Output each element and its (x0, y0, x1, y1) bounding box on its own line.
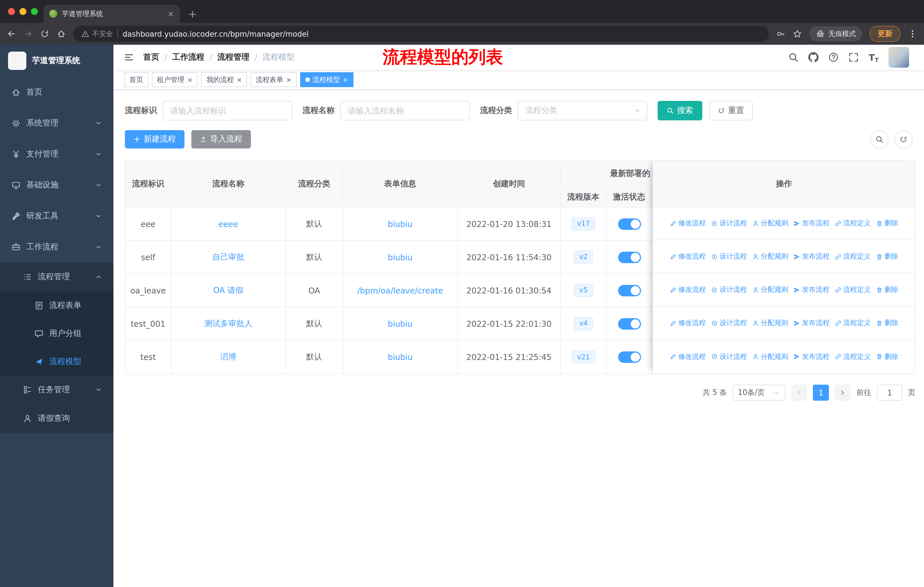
home-icon[interactable] (57, 29, 66, 38)
sidebar-item-devtools[interactable]: 研发工具 (0, 201, 114, 231)
search-button[interactable]: 搜索 (658, 101, 702, 121)
next-page-button[interactable] (835, 385, 851, 401)
sidebar-item-leave-query[interactable]: 请假查询 (0, 404, 114, 433)
sidebar-item-process-model[interactable]: 流程模型 (0, 347, 114, 375)
reset-button[interactable]: 重置 (709, 101, 753, 121)
sidebar-item-payment[interactable]: 支付管理 (0, 139, 114, 170)
back-icon[interactable] (7, 29, 16, 38)
tag-process-form[interactable]: 流程表单× (251, 72, 297, 87)
action-delete[interactable]: 删除 (876, 218, 898, 228)
tag-process-model[interactable]: 流程模型× (300, 72, 353, 87)
action-edit-process[interactable]: 修改流程 (670, 218, 706, 228)
model-name-link[interactable]: OA 请假 (213, 285, 243, 296)
user-avatar[interactable] (888, 47, 909, 68)
form-info-link[interactable]: biubiu (388, 253, 413, 262)
action-edit-process[interactable]: 修改流程 (670, 285, 706, 294)
action-assign-rule[interactable]: 分配规则 (752, 251, 788, 261)
help-icon[interactable] (828, 52, 839, 63)
address-bar[interactable]: 不安全 dashboard.yudao.iocoder.cn/bpm/manag… (73, 26, 769, 42)
action-publish-process[interactable]: 发布流程 (794, 251, 830, 261)
filter-category-select[interactable]: 流程分类 (518, 101, 647, 121)
action-process-definition[interactable]: 流程定义 (835, 352, 871, 361)
page-size-select[interactable]: 10条/页 (733, 385, 785, 401)
close-icon[interactable]: × (187, 76, 193, 83)
action-delete[interactable]: 删除 (876, 352, 898, 361)
tag-tenant[interactable]: 租户管理× (152, 72, 198, 87)
browser-menu-icon[interactable] (908, 29, 917, 38)
toggle-search-button[interactable] (870, 130, 888, 149)
prev-page-button[interactable] (791, 385, 807, 401)
window-zoom-button[interactable] (31, 8, 38, 15)
action-assign-rule[interactable]: 分配规则 (752, 318, 788, 328)
sidebar-item-process-mgmt[interactable]: 流程管理 (0, 263, 114, 291)
tab-close-icon[interactable]: × (168, 9, 174, 18)
form-info-link[interactable]: biubiu (388, 219, 413, 228)
window-close-button[interactable] (8, 8, 15, 15)
form-info-link[interactable]: biubiu (388, 352, 413, 362)
action-design-process[interactable]: 设计流程 (711, 318, 747, 328)
fullscreen-icon[interactable] (849, 52, 859, 63)
action-process-definition[interactable]: 流程定义 (835, 285, 871, 294)
password-key-icon[interactable] (776, 29, 785, 38)
browser-update-button[interactable]: 更新 (870, 26, 901, 42)
sidebar-item-home[interactable]: 首页 (0, 77, 114, 108)
action-design-process[interactable]: 设计流程 (711, 285, 747, 294)
goto-page-input[interactable] (877, 385, 902, 401)
action-design-process[interactable]: 设计流程 (711, 251, 747, 261)
filter-name-input[interactable] (340, 101, 470, 121)
tag-my-process[interactable]: 我的流程× (201, 72, 247, 87)
action-process-definition[interactable]: 流程定义 (835, 318, 871, 328)
sidebar-item-system[interactable]: 系统管理 (0, 108, 114, 139)
model-name-link[interactable]: 自己审批 (212, 252, 244, 262)
action-process-definition[interactable]: 流程定义 (835, 218, 871, 228)
active-toggle[interactable] (618, 318, 641, 329)
model-name-link[interactable]: 测试多审批人 (204, 318, 252, 329)
action-delete[interactable]: 删除 (876, 251, 898, 261)
model-name-link[interactable]: 滔博 (220, 352, 236, 362)
bookmark-star-icon[interactable] (793, 29, 802, 38)
breadcrumb-workflow[interactable]: 工作流程 (172, 52, 204, 63)
action-assign-rule[interactable]: 分配规则 (752, 352, 788, 361)
create-process-button[interactable]: 新建流程 (125, 130, 185, 149)
action-assign-rule[interactable]: 分配规则 (752, 218, 788, 228)
action-edit-process[interactable]: 修改流程 (670, 318, 706, 328)
filter-key-input[interactable] (163, 101, 292, 121)
action-publish-process[interactable]: 发布流程 (794, 285, 830, 294)
action-design-process[interactable]: 设计流程 (711, 218, 747, 228)
active-toggle[interactable] (618, 218, 641, 230)
tag-home[interactable]: 首页 (124, 72, 148, 87)
new-tab-button[interactable] (188, 10, 197, 19)
close-icon[interactable]: × (343, 76, 348, 83)
model-name-link[interactable]: eeee (219, 219, 238, 228)
close-icon[interactable]: × (286, 76, 291, 83)
reload-icon[interactable] (40, 29, 49, 38)
action-edit-process[interactable]: 修改流程 (670, 352, 706, 361)
action-delete[interactable]: 删除 (876, 318, 898, 328)
close-icon[interactable]: × (237, 76, 242, 83)
active-toggle[interactable] (618, 251, 641, 263)
window-minimize-button[interactable] (20, 8, 26, 15)
action-assign-rule[interactable]: 分配规则 (752, 285, 788, 294)
action-publish-process[interactable]: 发布流程 (794, 318, 830, 328)
font-size-icon[interactable]: TT (869, 52, 879, 63)
action-publish-process[interactable]: 发布流程 (794, 218, 830, 228)
action-edit-process[interactable]: 修改流程 (670, 251, 706, 261)
action-design-process[interactable]: 设计流程 (711, 352, 747, 361)
sidebar-item-infra[interactable]: 基础设施 (0, 170, 114, 201)
action-publish-process[interactable]: 发布流程 (794, 352, 830, 361)
forward-icon[interactable] (23, 29, 33, 38)
hamburger-icon[interactable] (124, 52, 134, 63)
form-info-link[interactable]: biubiu (388, 319, 413, 328)
security-warning[interactable]: 不安全 (81, 29, 113, 39)
action-process-definition[interactable]: 流程定义 (835, 251, 871, 261)
current-page-button[interactable]: 1 (813, 385, 829, 401)
sidebar-item-task-mgmt[interactable]: 任务管理 (0, 375, 114, 404)
sidebar-item-process-form[interactable]: 流程表单 (0, 291, 114, 319)
sidebar-item-workflow[interactable]: 工作流程 (0, 231, 114, 263)
browser-tab[interactable]: 芋道管理系统 × (43, 5, 180, 23)
form-info-link[interactable]: /bpm/oa/leave/create (357, 286, 443, 295)
active-toggle[interactable] (618, 351, 641, 363)
github-icon[interactable] (808, 52, 819, 63)
action-delete[interactable]: 删除 (876, 285, 898, 294)
sidebar-item-user-group[interactable]: 用户分组 (0, 319, 114, 347)
